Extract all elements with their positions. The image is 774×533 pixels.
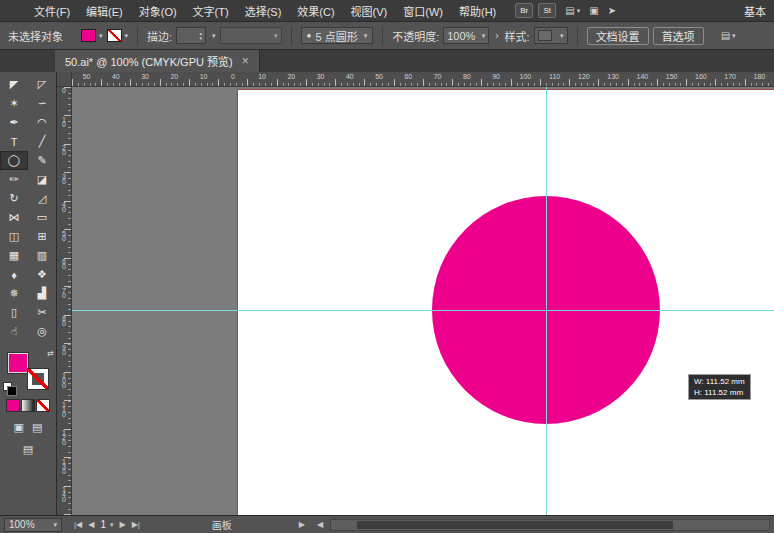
- menu-items: 文件(F) 编辑(E) 对象(O) 文字(T) 选择(S) 效果(C) 视图(V…: [26, 3, 504, 19]
- divider: [137, 27, 138, 45]
- paintbrush-tool-icon[interactable]: ✎: [28, 151, 56, 170]
- artboard-number-dropdown[interactable]: 1 ▾: [100, 519, 113, 530]
- horizontal-ruler[interactable]: 5040302010010203040506070809010011012013…: [72, 72, 774, 87]
- artboard-number: 1: [100, 519, 106, 530]
- stroke-weight-label: 描边:: [147, 28, 172, 44]
- hand-tool-icon[interactable]: ☝: [0, 322, 28, 341]
- menu-select[interactable]: 选择(S): [237, 3, 290, 19]
- stepper-arrows-icon[interactable]: ▴▾: [200, 31, 203, 41]
- grid-view-icon[interactable]: ▣: [589, 5, 598, 16]
- selection-tool-icon[interactable]: ◤: [0, 75, 28, 94]
- scroll-right-icon[interactable]: ▶: [296, 520, 308, 529]
- arrange-documents-icon[interactable]: ▤: [565, 5, 574, 16]
- curvature-tool-icon[interactable]: ◠: [28, 113, 56, 132]
- first-artboard-icon[interactable]: |◀: [74, 520, 82, 529]
- blend-tool-icon[interactable]: ❖: [28, 265, 56, 284]
- stroke-weight-dropdown[interactable]: ▾: [212, 32, 216, 40]
- shape-builder-tool-icon[interactable]: ◫: [0, 227, 28, 246]
- color-button[interactable]: [6, 399, 20, 412]
- preferences-button[interactable]: 首选项: [653, 27, 704, 45]
- width-tool-icon[interactable]: ⋈: [0, 208, 28, 227]
- document-workspace: 5040302010010203040506070809010011012013…: [57, 72, 774, 515]
- swap-fill-stroke-icon[interactable]: ⇄: [47, 349, 54, 358]
- opacity-dropdown[interactable]: 100% ▾: [443, 27, 489, 44]
- document-tab[interactable]: 50.ai* @ 100% (CMYK/GPU 预览) ×: [55, 50, 260, 72]
- screen-mode-button[interactable]: ▤: [23, 443, 33, 456]
- tooltip-width: W: 111.52 mm: [694, 376, 745, 387]
- scale-tool-icon[interactable]: ◿: [28, 189, 56, 208]
- tools-panel: ◤ ◸ ✶ ∽ ✒: [0, 72, 57, 515]
- menu-edit[interactable]: 编辑(E): [78, 3, 131, 19]
- zoom-value: 100%: [9, 519, 35, 530]
- eyedropper-tool-icon[interactable]: ♦: [0, 265, 28, 284]
- menu-file[interactable]: 文件(F): [26, 3, 78, 19]
- control-panel-menu[interactable]: ▤ ▾: [712, 30, 736, 41]
- style-dropdown[interactable]: ▾: [534, 27, 568, 44]
- direct-selection-tool-icon[interactable]: ◸: [28, 75, 56, 94]
- menu-view[interactable]: 视图(V): [343, 3, 396, 19]
- menu-effect[interactable]: 效果(C): [289, 3, 342, 19]
- artboard-tool-icon[interactable]: ▯: [0, 303, 28, 322]
- none-button[interactable]: [36, 399, 50, 412]
- gradient-button[interactable]: [21, 399, 35, 412]
- ruler-origin-corner[interactable]: [57, 72, 72, 87]
- next-artboard-icon[interactable]: ▶: [119, 520, 125, 529]
- rotate-tool-icon[interactable]: ↻: [0, 189, 28, 208]
- close-icon[interactable]: ×: [242, 54, 249, 68]
- magic-wand-tool-icon[interactable]: ✶: [0, 94, 28, 113]
- draw-normal-icon[interactable]: ▣: [14, 421, 24, 434]
- chevron-down-icon: ▾: [732, 32, 736, 40]
- pen-tool-icon[interactable]: ✒: [0, 113, 28, 132]
- toolbar-stroke-swatch[interactable]: [28, 369, 48, 389]
- vertical-ruler[interactable]: 0102030405060708090100110120130140: [57, 87, 72, 515]
- perspective-grid-tool-icon[interactable]: ⊞: [28, 227, 56, 246]
- chevron-down-icon[interactable]: ▾: [577, 7, 581, 15]
- menu-help[interactable]: 帮助(H): [451, 3, 504, 19]
- stroke-weight-input[interactable]: ▴▾: [176, 27, 206, 44]
- horizontal-scrollbar[interactable]: [330, 519, 770, 531]
- menubar: 文件(F) 编辑(E) 对象(O) 文字(T) 选择(S) 效果(C) 视图(V…: [0, 0, 774, 22]
- scroll-left-icon[interactable]: ◀: [314, 520, 326, 529]
- draw-behind-icon[interactable]: ▤: [32, 421, 42, 434]
- slice-tool-icon[interactable]: ✂: [28, 303, 56, 322]
- width-profile-dropdown[interactable]: ▾: [220, 27, 282, 44]
- artboard-navigation: |◀ ◀ 1 ▾ ▶ ▶|: [74, 519, 140, 530]
- gradient-tool-icon[interactable]: ▥: [28, 246, 56, 265]
- fill-color-swatch[interactable]: ▾: [81, 29, 103, 42]
- default-fill-stroke-icon[interactable]: [3, 382, 12, 391]
- fill-stroke-indicator: ⇄: [5, 351, 51, 391]
- last-artboard-icon[interactable]: ▶|: [132, 520, 140, 529]
- workspace-switcher[interactable]: 基本: [744, 3, 768, 19]
- document-tab-title: 50.ai* @ 100% (CMYK/GPU 预览): [65, 53, 233, 69]
- scrollbar-thumb[interactable]: [357, 521, 672, 529]
- divider: [577, 27, 578, 45]
- mesh-tool-icon[interactable]: ▦: [0, 246, 28, 265]
- br-badge-icon[interactable]: Br: [515, 3, 533, 18]
- free-transform-tool-icon[interactable]: ▭: [28, 208, 56, 227]
- zoom-tool-icon[interactable]: ◎: [28, 322, 56, 341]
- document-setup-button[interactable]: 文档设置: [587, 27, 649, 45]
- st-badge-icon[interactable]: St: [538, 3, 556, 18]
- brush-name: 5 点圆形: [315, 28, 357, 44]
- chevron-down-icon: ▾: [53, 521, 57, 529]
- opacity-panel-button[interactable]: ›: [493, 30, 500, 41]
- eraser-tool-icon[interactable]: ◪: [28, 170, 56, 189]
- menu-type[interactable]: 文字(T): [185, 3, 237, 19]
- ellipse-tool-icon[interactable]: ◯: [0, 151, 28, 170]
- toolbar-fill-swatch[interactable]: [8, 353, 28, 373]
- scroll-arrow-buttons: ▶ ◀: [296, 520, 326, 529]
- stroke-color-swatch[interactable]: ▾: [107, 29, 129, 42]
- type-tool-icon[interactable]: T: [0, 132, 28, 151]
- lasso-tool-icon[interactable]: ∽: [28, 94, 56, 113]
- zoom-dropdown[interactable]: 100% ▾: [4, 518, 62, 532]
- menu-window[interactable]: 窗口(W): [395, 3, 451, 19]
- menu-object[interactable]: 对象(O): [131, 3, 185, 19]
- column-graph-tool-icon[interactable]: ▟: [28, 284, 56, 303]
- canvas[interactable]: W: 111.52 mm H: 111.52 mm: [72, 87, 774, 515]
- share-icon[interactable]: ➤: [608, 5, 616, 16]
- symbol-sprayer-tool-icon[interactable]: ✵: [0, 284, 28, 303]
- previous-artboard-icon[interactable]: ◀: [88, 520, 94, 529]
- line-segment-tool-icon[interactable]: ╱: [28, 132, 56, 151]
- brush-definition-dropdown[interactable]: ● 5 点圆形 ▾: [301, 27, 374, 44]
- pencil-tool-icon[interactable]: ✏: [0, 170, 28, 189]
